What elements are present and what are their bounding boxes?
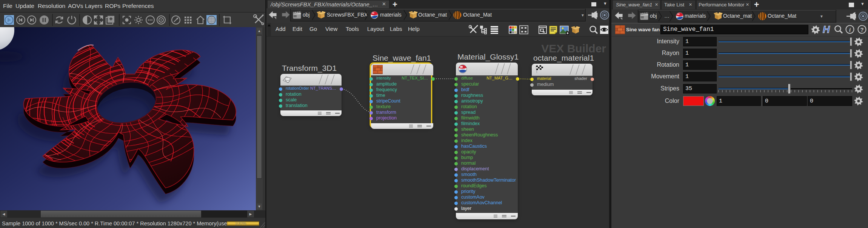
svg-text:?: ? [860, 26, 863, 33]
svg-text:i: i [849, 27, 851, 33]
